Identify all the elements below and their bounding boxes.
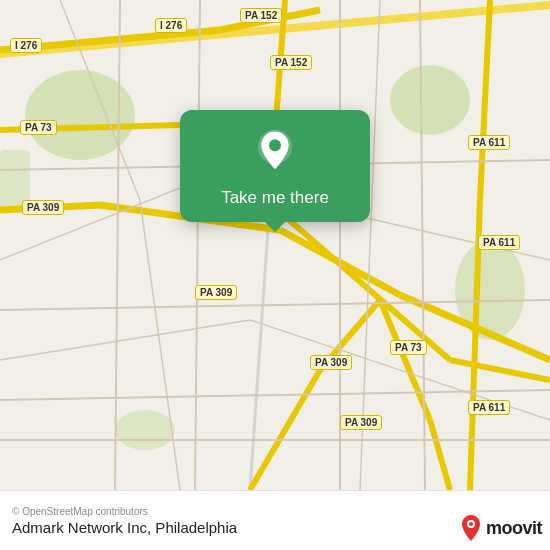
road-badge-pa309-left: PA 309 (22, 200, 64, 215)
svg-point-2 (390, 65, 470, 135)
popup-card[interactable]: Take me there (180, 110, 370, 222)
road-badge-pa73-left: PA 73 (20, 120, 57, 135)
moovit-logo: moovit (460, 514, 542, 542)
road-badge-pa152: PA 152 (240, 8, 282, 23)
road-badge-pa152-mid: PA 152 (270, 55, 312, 70)
road-badge-pa611-mid: PA 611 (478, 235, 520, 250)
road-badge-pa309-mid2: PA 309 (310, 355, 352, 370)
road-badge-pa611-bot: PA 611 (468, 400, 510, 415)
svg-point-5 (115, 410, 175, 450)
road-badge-pa73-right: PA 73 (390, 340, 427, 355)
road-badge-i276-top: I 276 (155, 18, 187, 33)
svg-point-41 (269, 139, 281, 151)
bottom-bar: © OpenStreetMap contributors Admark Netw… (0, 490, 550, 550)
map-background (0, 0, 550, 490)
svg-point-43 (469, 522, 473, 526)
moovit-text: moovit (486, 518, 542, 539)
moovit-pin-icon (460, 514, 482, 542)
map-container: I 276PA 152PA 152I 276PA 73PA 309PA 309P… (0, 0, 550, 490)
road-badge-pa309-bot: PA 309 (340, 415, 382, 430)
road-badge-pa611-top: PA 611 (468, 135, 510, 150)
app: I 276PA 152PA 152I 276PA 73PA 309PA 309P… (0, 0, 550, 550)
road-badge-i276-left: I 276 (10, 38, 42, 53)
popup-label: Take me there (221, 188, 329, 208)
road-badge-pa309-mid1: PA 309 (195, 285, 237, 300)
location-pin-icon (251, 128, 299, 176)
